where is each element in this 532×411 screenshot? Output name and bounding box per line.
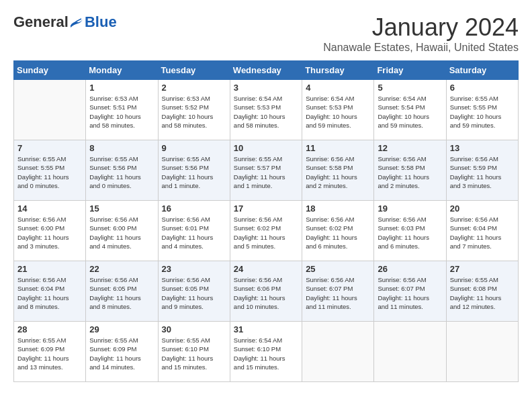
day-info: Sunrise: 6:56 AM Sunset: 6:01 PM Dayligh… (162, 215, 226, 250)
day-info: Sunrise: 6:56 AM Sunset: 5:59 PM Dayligh… (450, 154, 515, 190)
calendar-cell: 20Sunrise: 6:56 AM Sunset: 6:04 PM Dayli… (446, 201, 518, 261)
calendar-cell: 3Sunrise: 6:54 AM Sunset: 5:53 PM Daylig… (230, 80, 302, 140)
day-info: Sunrise: 6:55 AM Sunset: 5:56 PM Dayligh… (89, 154, 154, 190)
calendar-cell: 23Sunrise: 6:56 AM Sunset: 6:05 PM Dayli… (158, 261, 230, 322)
day-info: Sunrise: 6:55 AM Sunset: 5:57 PM Dayligh… (234, 154, 298, 190)
calendar-cell: 24Sunrise: 6:56 AM Sunset: 6:06 PM Dayli… (230, 261, 302, 322)
calendar-cell: 2Sunrise: 6:53 AM Sunset: 5:52 PM Daylig… (158, 80, 230, 140)
calendar-cell: 15Sunrise: 6:56 AM Sunset: 6:00 PM Dayli… (86, 201, 158, 261)
day-info: Sunrise: 6:56 AM Sunset: 6:02 PM Dayligh… (234, 215, 298, 250)
calendar-cell: 8Sunrise: 6:55 AM Sunset: 5:56 PM Daylig… (86, 140, 158, 201)
calendar-cell: 10Sunrise: 6:55 AM Sunset: 5:57 PM Dayli… (230, 140, 302, 201)
calendar-cell: 14Sunrise: 6:56 AM Sunset: 6:00 PM Dayli… (14, 201, 86, 261)
page-header: General Blue January 2024 Nanawale Estat… (13, 13, 519, 54)
day-number: 27 (450, 264, 515, 274)
day-info: Sunrise: 6:55 AM Sunset: 5:56 PM Dayligh… (162, 154, 226, 190)
calendar-cell (14, 80, 86, 140)
day-number: 16 (162, 203, 226, 214)
day-info: Sunrise: 6:54 AM Sunset: 6:10 PM Dayligh… (234, 336, 298, 371)
day-number: 4 (306, 83, 370, 93)
calendar-cell: 29Sunrise: 6:55 AM Sunset: 6:09 PM Dayli… (86, 322, 158, 382)
day-info: Sunrise: 6:56 AM Sunset: 6:00 PM Dayligh… (17, 215, 82, 250)
logo-bird-icon (69, 16, 84, 28)
calendar-cell: 13Sunrise: 6:56 AM Sunset: 5:59 PM Dayli… (446, 140, 518, 201)
week-row: 7Sunrise: 6:55 AM Sunset: 5:55 PM Daylig… (14, 140, 519, 201)
day-number: 2 (162, 83, 226, 93)
location-title: Nanawale Estates, Hawaii, United States (323, 42, 519, 54)
day-number: 3 (234, 83, 298, 93)
column-header-tuesday: Tuesday (158, 61, 230, 80)
column-header-sunday: Sunday (14, 61, 86, 80)
day-number: 20 (450, 203, 515, 214)
calendar-cell: 16Sunrise: 6:56 AM Sunset: 6:01 PM Dayli… (158, 201, 230, 261)
day-number: 13 (450, 143, 515, 153)
calendar-cell: 26Sunrise: 6:56 AM Sunset: 6:07 PM Dayli… (374, 261, 446, 322)
calendar-cell: 11Sunrise: 6:56 AM Sunset: 5:58 PM Dayli… (302, 140, 374, 201)
logo-blue: Blue (85, 13, 117, 31)
day-number: 24 (234, 264, 298, 274)
day-number: 14 (17, 203, 82, 214)
day-number: 28 (17, 324, 82, 334)
day-number: 30 (162, 324, 226, 334)
day-number: 15 (89, 203, 154, 214)
calendar-cell: 28Sunrise: 6:55 AM Sunset: 6:09 PM Dayli… (14, 322, 86, 382)
day-info: Sunrise: 6:56 AM Sunset: 6:07 PM Dayligh… (378, 275, 442, 311)
calendar-cell: 17Sunrise: 6:56 AM Sunset: 6:02 PM Dayli… (230, 201, 302, 261)
day-number: 25 (306, 264, 370, 274)
day-info: Sunrise: 6:55 AM Sunset: 5:55 PM Dayligh… (17, 154, 82, 190)
day-number: 11 (306, 143, 370, 153)
day-info: Sunrise: 6:55 AM Sunset: 6:08 PM Dayligh… (450, 275, 515, 311)
day-number: 8 (89, 143, 154, 153)
column-header-friday: Friday (374, 61, 446, 80)
calendar-cell: 25Sunrise: 6:56 AM Sunset: 6:07 PM Dayli… (302, 261, 374, 322)
calendar-table: SundayMondayTuesdayWednesdayThursdayFrid… (13, 60, 519, 382)
day-number: 10 (234, 143, 298, 153)
day-number: 9 (162, 143, 226, 153)
day-info: Sunrise: 6:56 AM Sunset: 6:06 PM Dayligh… (234, 275, 298, 311)
day-number: 26 (378, 264, 442, 274)
week-row: 28Sunrise: 6:55 AM Sunset: 6:09 PM Dayli… (14, 322, 519, 382)
day-number: 31 (234, 324, 298, 334)
day-info: Sunrise: 6:56 AM Sunset: 6:07 PM Dayligh… (306, 275, 370, 311)
calendar-cell: 18Sunrise: 6:56 AM Sunset: 6:02 PM Dayli… (302, 201, 374, 261)
day-number: 23 (162, 264, 226, 274)
calendar-cell: 1Sunrise: 6:53 AM Sunset: 5:51 PM Daylig… (86, 80, 158, 140)
day-info: Sunrise: 6:55 AM Sunset: 6:09 PM Dayligh… (17, 336, 82, 371)
day-info: Sunrise: 6:55 AM Sunset: 5:55 PM Dayligh… (450, 94, 515, 130)
day-info: Sunrise: 6:54 AM Sunset: 5:53 PM Dayligh… (234, 94, 298, 130)
day-info: Sunrise: 6:56 AM Sunset: 5:58 PM Dayligh… (378, 154, 442, 190)
month-title: January 2024 (323, 13, 519, 42)
column-header-monday: Monday (86, 61, 158, 80)
calendar-cell: 19Sunrise: 6:56 AM Sunset: 6:03 PM Dayli… (374, 201, 446, 261)
day-number: 6 (450, 83, 515, 93)
day-number: 29 (89, 324, 154, 334)
calendar-cell: 31Sunrise: 6:54 AM Sunset: 6:10 PM Dayli… (230, 322, 302, 382)
logo-general: General (13, 13, 69, 31)
column-header-wednesday: Wednesday (230, 61, 302, 80)
day-info: Sunrise: 6:56 AM Sunset: 6:00 PM Dayligh… (89, 215, 154, 250)
day-info: Sunrise: 6:53 AM Sunset: 5:52 PM Dayligh… (162, 94, 226, 130)
day-info: Sunrise: 6:56 AM Sunset: 6:04 PM Dayligh… (450, 215, 515, 250)
logo: General Blue (13, 13, 117, 31)
calendar-cell: 12Sunrise: 6:56 AM Sunset: 5:58 PM Dayli… (374, 140, 446, 201)
title-area: January 2024 Nanawale Estates, Hawaii, U… (323, 13, 519, 54)
header-row: SundayMondayTuesdayWednesdayThursdayFrid… (14, 61, 519, 80)
week-row: 21Sunrise: 6:56 AM Sunset: 6:04 PM Dayli… (14, 261, 519, 322)
calendar-cell: 6Sunrise: 6:55 AM Sunset: 5:55 PM Daylig… (446, 80, 518, 140)
week-row: 1Sunrise: 6:53 AM Sunset: 5:51 PM Daylig… (14, 80, 519, 140)
day-info: Sunrise: 6:56 AM Sunset: 6:05 PM Dayligh… (162, 275, 226, 311)
day-number: 17 (234, 203, 298, 214)
day-info: Sunrise: 6:56 AM Sunset: 6:05 PM Dayligh… (89, 275, 154, 311)
calendar-cell: 27Sunrise: 6:55 AM Sunset: 6:08 PM Dayli… (446, 261, 518, 322)
week-row: 14Sunrise: 6:56 AM Sunset: 6:00 PM Dayli… (14, 201, 519, 261)
calendar-cell: 4Sunrise: 6:54 AM Sunset: 5:53 PM Daylig… (302, 80, 374, 140)
day-number: 7 (17, 143, 82, 153)
calendar-cell: 30Sunrise: 6:55 AM Sunset: 6:10 PM Dayli… (158, 322, 230, 382)
day-info: Sunrise: 6:54 AM Sunset: 5:53 PM Dayligh… (306, 94, 370, 130)
day-number: 21 (17, 264, 82, 274)
day-info: Sunrise: 6:55 AM Sunset: 6:09 PM Dayligh… (89, 336, 154, 371)
day-number: 1 (89, 83, 154, 93)
day-info: Sunrise: 6:54 AM Sunset: 5:54 PM Dayligh… (378, 94, 442, 130)
day-info: Sunrise: 6:55 AM Sunset: 6:10 PM Dayligh… (162, 336, 226, 371)
day-number: 18 (306, 203, 370, 214)
